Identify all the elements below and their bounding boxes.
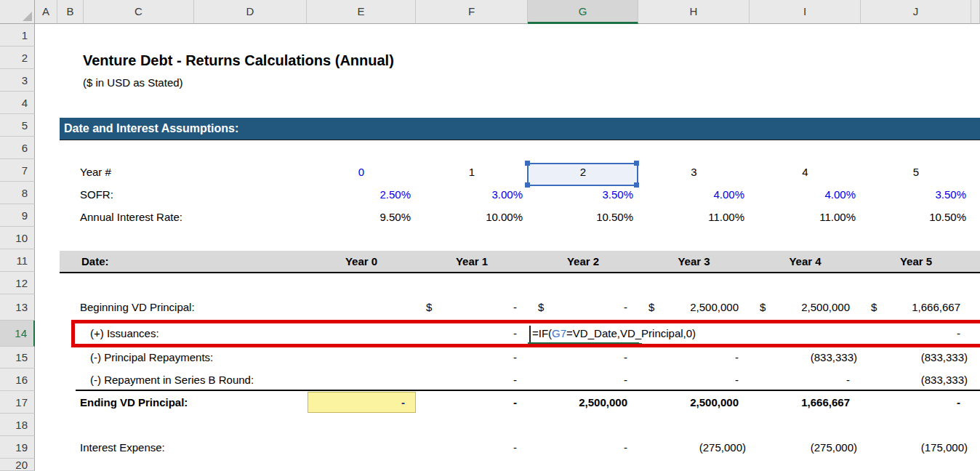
ending-e[interactable]: - [307, 391, 416, 414]
seriesb-i[interactable]: - [750, 369, 861, 391]
formula-cell-reference: G7 [552, 327, 566, 339]
repay-g[interactable]: - [528, 347, 638, 369]
row-header-2[interactable]: 2 [0, 47, 35, 69]
row-header-6[interactable]: 6 [0, 137, 35, 159]
date-header-banner[interactable]: Date: Year 0 Year 1 Year 2 Year 3 Year 4… [60, 251, 980, 273]
label-principal-repayments[interactable]: (-) Principal Repayments: [90, 347, 213, 369]
column-header-C[interactable]: C [84, 0, 194, 24]
intexp-h[interactable]: (275,000) [638, 436, 750, 459]
label-series-b-repayment[interactable]: (-) Repayment in Series B Round: [90, 369, 254, 391]
repay-j[interactable]: (833,333) [861, 347, 971, 369]
sofr-y1[interactable]: 3.00% [416, 183, 528, 206]
beginning-g[interactable]: - [528, 295, 638, 320]
column-header-H[interactable]: H [638, 0, 750, 24]
label-beginning-vd-principal[interactable]: Beginning VD Principal: [80, 295, 195, 320]
label-annual-interest-rate[interactable]: Annual Interest Rate: [80, 206, 182, 228]
rate-y3[interactable]: 11.00% [638, 206, 750, 228]
rate-y2[interactable]: 10.50% [528, 206, 638, 228]
seriesb-f[interactable]: - [416, 369, 528, 391]
repay-f[interactable]: - [416, 347, 528, 369]
row-header-8[interactable]: 8 [0, 182, 35, 204]
ending-g[interactable]: 2,500,000 [528, 391, 638, 414]
label-issuances[interactable]: (+) Issuances: [90, 321, 159, 346]
row-header-9[interactable]: 9 [0, 204, 35, 227]
ending-j[interactable]: - [861, 391, 971, 414]
row-header-14[interactable]: 14 [0, 321, 35, 347]
ending-h[interactable]: 2,500,000 [638, 391, 750, 414]
year-3[interactable]: 3 [638, 161, 750, 183]
column-header-J[interactable]: J [861, 0, 971, 24]
row-header-19[interactable]: 19 [0, 436, 35, 459]
row-header-1[interactable]: 1 [0, 24, 35, 47]
select-all-triangle-icon [23, 12, 32, 21]
repay-h[interactable]: - [638, 347, 750, 369]
repay-i[interactable]: (833,333) [750, 347, 861, 369]
column-header-B[interactable]: B [57, 0, 84, 24]
label-ending-vd-principal[interactable]: Ending VD Principal: [80, 391, 188, 414]
year-0[interactable]: 0 [307, 161, 416, 183]
year-5[interactable]: 5 [861, 161, 971, 183]
intexp-f[interactable]: - [416, 436, 528, 459]
column-header-A[interactable]: A [35, 0, 57, 24]
intexp-g[interactable]: - [528, 436, 638, 459]
column-header-E[interactable]: E [307, 0, 416, 24]
sofr-y3[interactable]: 4.00% [638, 183, 750, 206]
report-subtitle: ($ in USD as Stated) [83, 73, 183, 93]
report-title: Venture Debt - Returns Calculations (Ann… [83, 48, 394, 73]
row-header-10[interactable]: 10 [0, 227, 35, 249]
ending-i[interactable]: 1,666,667 [750, 391, 861, 414]
row-header-13[interactable]: 13 [0, 294, 35, 321]
beginning-h[interactable]: 2,500,000 [638, 295, 750, 320]
column-header-G[interactable]: G [528, 0, 638, 24]
column-header-partial[interactable] [971, 0, 980, 24]
row-header-20[interactable]: 20 [0, 459, 35, 471]
seriesb-g[interactable]: - [528, 369, 638, 391]
year-1[interactable]: 1 [416, 161, 528, 183]
sofr-y2[interactable]: 3.50% [528, 183, 638, 206]
row-header-12[interactable]: 12 [0, 272, 35, 294]
formula-text-post: =VD_Date,VD_Principal,0) [566, 327, 696, 339]
date-year-4: Year 4 [750, 251, 861, 272]
row-header-4[interactable]: 4 [0, 92, 35, 114]
beginning-i[interactable]: 2,500,000 [750, 295, 861, 320]
rate-y4[interactable]: 11.00% [750, 206, 861, 228]
column-header-F[interactable]: F [416, 0, 528, 24]
column-header-I[interactable]: I [750, 0, 861, 24]
sofr-y4[interactable]: 4.00% [750, 183, 861, 206]
sofr-y0[interactable]: 2.50% [307, 183, 416, 206]
seriesb-h[interactable]: - [638, 369, 750, 391]
label-interest-expense[interactable]: Interest Expense: [80, 436, 165, 459]
intexp-j[interactable]: (175,000) [861, 436, 971, 459]
date-year-3: Year 3 [638, 251, 750, 272]
section-banner-assumptions[interactable]: Date and Interest Assumptions: [60, 118, 980, 140]
issuances-f[interactable]: - [416, 321, 528, 346]
active-cell-green-underline [528, 342, 639, 345]
text-cursor [529, 326, 531, 342]
row-header-5[interactable]: 5 [0, 114, 35, 137]
ending-f[interactable]: - [416, 391, 528, 414]
row-header-16[interactable]: 16 [0, 369, 35, 391]
row-header-17[interactable]: 17 [0, 391, 35, 414]
beginning-j[interactable]: 1,666,667 [861, 295, 971, 320]
year-2-active-ref[interactable]: 2 [528, 161, 638, 183]
date-year-2: Year 2 [528, 251, 638, 272]
year-4[interactable]: 4 [750, 161, 861, 183]
row-header-11[interactable]: 11 [0, 249, 35, 272]
row-header-15[interactable]: 15 [0, 347, 35, 369]
seriesb-j[interactable]: (833,333) [861, 369, 971, 391]
label-sofr[interactable]: SOFR: [80, 183, 113, 206]
row-header-7[interactable]: 7 [0, 159, 35, 182]
sofr-y5[interactable]: 3.50% [861, 183, 971, 206]
row-header-18[interactable]: 18 [0, 414, 35, 436]
row-header-3[interactable]: 3 [0, 69, 35, 92]
rate-y0[interactable]: 9.50% [307, 206, 416, 228]
rate-y5[interactable]: 10.50% [861, 206, 971, 228]
date-year-1: Year 1 [416, 251, 528, 272]
column-header-D[interactable]: D [194, 0, 307, 24]
label-year-number[interactable]: Year # [80, 161, 111, 183]
issuances-j[interactable]: - [861, 321, 971, 346]
intexp-i[interactable]: (275,000) [750, 436, 861, 459]
select-all-corner[interactable] [0, 0, 35, 24]
rate-y1[interactable]: 10.00% [416, 206, 528, 228]
beginning-f[interactable]: - [416, 295, 528, 320]
